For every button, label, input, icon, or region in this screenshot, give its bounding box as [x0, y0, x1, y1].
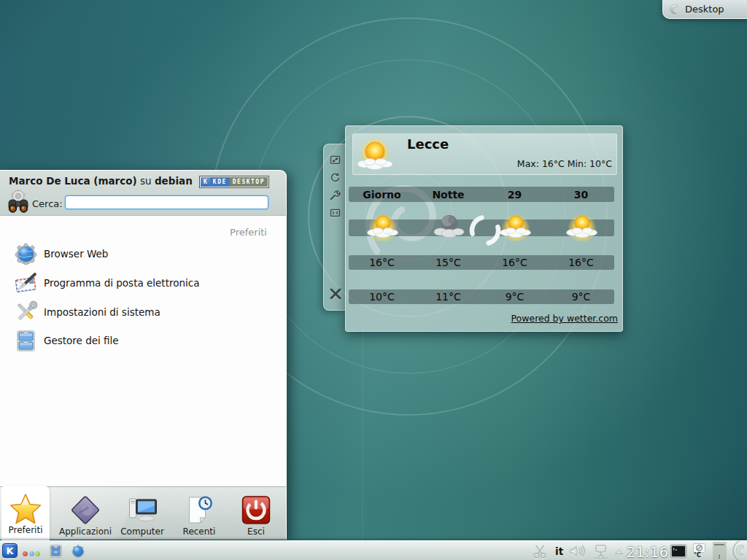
klipper-scissors-icon[interactable]	[532, 544, 548, 559]
tab-applicazioni[interactable]: Applicazioni	[57, 487, 114, 540]
mini-widget-dot	[719, 555, 720, 556]
kickoff-title-conj: su	[137, 175, 155, 187]
search-label: Cerca:	[32, 198, 63, 209]
search-input[interactable]	[65, 195, 268, 209]
leave-power-icon	[241, 494, 272, 526]
menu-item-file-manager[interactable]: Gestore dei file	[0, 327, 286, 356]
kde-badge-text: KDE	[210, 177, 230, 187]
desktop-badge-text: DESKTOP	[230, 177, 268, 187]
weather-day-temps-row: 16°C 15°C 16°C 16°C	[349, 255, 614, 270]
kickoff-header: Marco De Luca (marco) su debian K KDE DE…	[0, 171, 286, 216]
menu-item-label: Programma di posta elettronica	[44, 277, 199, 289]
tab-label: Recenti	[171, 526, 228, 537]
tab-label: Computer	[114, 526, 171, 537]
network-icon[interactable]	[592, 544, 611, 559]
kmenu-launcher-button[interactable]: K	[2, 543, 18, 558]
resize-icon[interactable]	[329, 154, 341, 166]
system-settings-icon	[14, 300, 38, 324]
night-temp: 9°C	[548, 289, 614, 304]
weather-maxmin: Max: 16°C Min: 10°C	[517, 158, 612, 169]
file-cabinet-launcher-icon[interactable]	[50, 545, 62, 558]
desktop-toolbox-label: Desktop	[685, 4, 724, 15]
weather-tray-unit: °C	[694, 552, 701, 559]
tray-dot-red[interactable]	[23, 551, 28, 556]
kickoff-menu: Marco De Luca (marco) su debian K KDE DE…	[0, 170, 287, 540]
day-temp: 16°C	[548, 255, 614, 270]
forecast-icon-night-clouds	[432, 212, 465, 241]
tab-preferiti[interactable]: Preferiti	[1, 486, 50, 540]
kde-desktop-badge: K KDE DESKTOP	[199, 176, 269, 188]
kickoff-tab-bar: Preferiti Applicazioni	[0, 486, 286, 540]
weather-col-label: Notte	[415, 187, 481, 202]
day-temp: 16°C	[349, 255, 415, 270]
day-temp: 15°C	[415, 255, 481, 270]
tray-dot-green[interactable]	[35, 551, 40, 556]
terminal-tray-icon[interactable]	[670, 544, 687, 559]
menu-item-mail[interactable]: Programma di posta elettronica	[0, 269, 286, 298]
desktop-screen: Desktop	[0, 0, 747, 560]
weather-day-names-row: Giorno Notte 29 30	[349, 187, 614, 202]
applications-icon	[70, 494, 101, 526]
menu-item-browser[interactable]: Browser Web	[0, 240, 286, 269]
tab-recenti[interactable]: Recenti	[171, 487, 228, 540]
close-icon[interactable]	[328, 287, 343, 301]
tab-esci[interactable]: Esci	[228, 487, 285, 540]
recent-documents-icon	[184, 494, 215, 526]
weather-night-temps-row: 10°C 11°C 9°C 9°C	[349, 289, 614, 304]
weather-col-label: 29	[481, 187, 548, 202]
tab-label: Applicazioni	[57, 526, 114, 537]
night-temp: 11°C	[415, 289, 481, 304]
busy-spinner	[468, 212, 503, 247]
web-browser-icon	[14, 242, 38, 266]
favorites-section-label: Preferiti	[230, 227, 267, 238]
mini-widget-dot	[719, 557, 720, 559]
rotate-icon[interactable]	[329, 171, 341, 184]
keyboard-layout-indicator[interactable]: it	[555, 545, 563, 557]
panel: K	[0, 540, 747, 560]
forecast-icon-partly-sunny	[565, 212, 598, 241]
kickoff-user-title: Marco De Luca (marco) su debian	[9, 175, 193, 187]
day-temp: 16°C	[481, 255, 548, 270]
menu-item-label: Gestore dei file	[44, 335, 119, 346]
weather-credit-link[interactable]: Powered by wetter.com	[511, 313, 619, 324]
panel-mini-widget[interactable]	[713, 542, 727, 560]
tray-expander-arrow-icon[interactable]	[614, 548, 624, 555]
weather-col-label: Giorno	[349, 187, 415, 202]
cashew-icon	[667, 2, 681, 16]
computer-icon	[127, 494, 158, 526]
tab-computer[interactable]: Computer	[114, 487, 171, 540]
menu-item-system-settings[interactable]: Impostazioni di sistema	[0, 298, 286, 327]
mail-icon	[14, 271, 38, 295]
weather-handle[interactable]	[323, 144, 346, 311]
weather-current-icon	[355, 136, 395, 174]
file-manager-icon	[14, 329, 38, 353]
kickoff-host-name: debian	[155, 175, 193, 187]
tray-dot-blue[interactable]	[29, 551, 34, 556]
favorites-star-icon	[10, 493, 42, 524]
kde-logo-icon: K	[201, 177, 210, 187]
panel-cashew-icon[interactable]	[730, 541, 747, 560]
night-temp: 9°C	[481, 289, 548, 304]
menu-item-label: Impostazioni di sistema	[44, 306, 160, 318]
night-temp: 10°C	[349, 289, 415, 304]
panel-clock[interactable]: 21:16	[627, 544, 668, 560]
weather-city: Lecce	[407, 136, 449, 152]
konqueror-launcher-icon[interactable]	[71, 544, 85, 559]
forecast-icon-partly-sunny	[498, 212, 532, 241]
weather-col-label: 30	[548, 187, 614, 202]
weather-widget: Lecce Max: 16°C Min: 10°C Giorno Notte 2…	[345, 125, 623, 332]
mini-widget-text	[714, 544, 724, 545]
search-binoculars-icon	[7, 190, 30, 214]
desktop-toolbox[interactable]: Desktop	[662, 0, 747, 19]
maximize-icon[interactable]	[329, 206, 341, 219]
kickoff-user-name: Marco De Luca (marco)	[9, 175, 137, 187]
forecast-icon-partly-sunny	[365, 212, 399, 241]
tab-label: Preferiti	[1, 525, 50, 535]
menu-item-label: Browser Web	[44, 248, 108, 260]
configure-wrench-icon[interactable]	[329, 189, 341, 201]
tab-label: Esci	[228, 526, 285, 537]
volume-icon[interactable]	[568, 544, 589, 559]
